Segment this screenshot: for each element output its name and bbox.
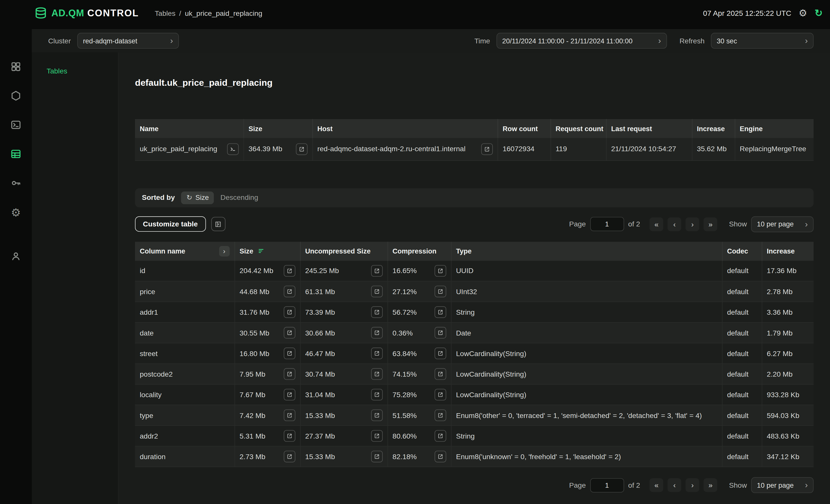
cluster-label: Cluster	[48, 37, 71, 45]
column-increase-cell: 3.36 Mb	[762, 302, 814, 323]
external-link-icon	[437, 350, 443, 357]
open-size-chart-button[interactable]	[284, 327, 295, 338]
header-increase: Increase	[762, 241, 814, 261]
column-name-cell: price	[135, 281, 234, 302]
sidebar-item-clusters[interactable]	[9, 90, 22, 102]
column-size-cell: 5.31 Mb	[234, 426, 300, 446]
refresh-icon[interactable]: ↻	[815, 8, 823, 18]
column-type-cell: LowCardinality(String)	[451, 343, 722, 364]
next-page-button[interactable]: ›	[686, 478, 700, 492]
sidebar-item-dashboard[interactable]	[9, 60, 22, 73]
open-compression-chart-button[interactable]	[434, 430, 446, 442]
external-link-icon	[286, 268, 292, 274]
open-host-button[interactable]	[481, 143, 492, 155]
sidebar-item-tables[interactable]: Tables	[47, 67, 118, 75]
customize-table-button[interactable]: Customize table	[135, 216, 206, 232]
open-compression-chart-button[interactable]	[434, 265, 446, 276]
last-page-button[interactable]: »	[704, 217, 717, 231]
uncompressed-value: 30.74 Mb	[305, 370, 335, 378]
header-increase: Increase	[692, 119, 735, 138]
open-size-chart-button[interactable]	[284, 368, 295, 380]
column-name-cell: id	[135, 261, 234, 281]
first-page-button[interactable]: «	[649, 217, 663, 231]
sort-descending-icon[interactable]	[257, 247, 265, 255]
external-link-icon	[373, 412, 380, 418]
table-name-cell: uk_price_paid_replacing	[135, 138, 244, 161]
column-increase-cell: 1.79 Mb	[762, 323, 814, 343]
open-size-chart-button[interactable]	[284, 347, 295, 359]
open-uncompressed-chart-button[interactable]	[371, 265, 382, 276]
open-size-chart-button[interactable]	[284, 285, 295, 297]
column-codec-cell: default	[722, 364, 762, 384]
column-settings-button[interactable]	[211, 217, 225, 231]
page-input[interactable]	[590, 478, 624, 492]
columns-table-body: id 204.42 Mb 245.25 Mb 16.65% UUID defau…	[135, 261, 814, 467]
open-uncompressed-chart-button[interactable]	[371, 327, 382, 338]
uncompressed-value: 73.39 Mb	[305, 308, 335, 316]
open-compression-chart-button[interactable]	[434, 409, 446, 421]
open-compression-chart-button[interactable]	[434, 285, 446, 297]
column-row: addr1 31.76 Mb 73.39 Mb 56.72% String de…	[135, 302, 814, 323]
gear-icon[interactable]: ⚙	[799, 8, 807, 18]
open-compression-chart-button[interactable]	[434, 368, 446, 380]
logo[interactable]: AD.QM CONTROL	[34, 6, 139, 20]
column-increase-cell: 483.63 Kb	[762, 426, 814, 446]
sort-field-chip[interactable]: ↻ Size	[181, 191, 214, 204]
sidebar-item-tables-icon[interactable]	[9, 148, 22, 161]
sidebar-item-console[interactable]	[9, 119, 22, 131]
sidebar-item-keys[interactable]	[9, 177, 22, 190]
sort-direction[interactable]: Descending	[221, 194, 258, 202]
open-uncompressed-chart-button[interactable]	[371, 409, 382, 421]
next-page-button[interactable]: ›	[686, 217, 700, 231]
open-size-chart-button[interactable]	[295, 143, 307, 155]
header-codec: Codec	[722, 241, 762, 261]
open-uncompressed-chart-button[interactable]	[371, 450, 382, 462]
page-input[interactable]	[590, 217, 624, 231]
external-link-icon	[373, 330, 380, 336]
open-console-button[interactable]	[227, 143, 238, 155]
prev-page-button[interactable]: ‹	[668, 217, 681, 231]
open-uncompressed-chart-button[interactable]	[371, 430, 382, 442]
open-compression-chart-button[interactable]	[434, 327, 446, 338]
column-row: street 16.80 Mb 46.47 Mb 63.84% LowCardi…	[135, 343, 814, 364]
open-size-chart-button[interactable]	[284, 409, 295, 421]
expand-column-button[interactable]: ›	[219, 246, 229, 256]
open-compression-chart-button[interactable]	[434, 347, 446, 359]
table-request-count-cell: 119	[550, 138, 606, 161]
time-range-select[interactable]: 20/11/2024 11:00:00 - 21/11/2024 11:00:0…	[496, 33, 667, 48]
open-uncompressed-chart-button[interactable]	[371, 285, 382, 297]
prev-page-button[interactable]: ‹	[668, 478, 681, 492]
open-uncompressed-chart-button[interactable]	[371, 306, 382, 318]
last-page-button[interactable]: »	[704, 478, 717, 492]
first-page-button[interactable]: «	[649, 478, 663, 492]
open-compression-chart-button[interactable]	[434, 389, 446, 400]
open-compression-chart-button[interactable]	[434, 450, 446, 462]
open-uncompressed-chart-button[interactable]	[371, 347, 382, 359]
column-compression-cell: 74.15%	[387, 364, 451, 384]
table-size-cell: 364.39 Mb	[244, 138, 312, 161]
breadcrumb-tables-link[interactable]: Tables	[155, 9, 175, 17]
column-increase-cell: 17.36 Mb	[762, 261, 814, 281]
cluster-select[interactable]: red-adqm-dataset ›	[77, 33, 179, 48]
sidebar-item-account[interactable]	[9, 250, 22, 263]
refresh-interval-select[interactable]: 30 sec ›	[711, 33, 813, 48]
external-link-icon	[437, 392, 443, 398]
open-uncompressed-chart-button[interactable]	[371, 368, 382, 380]
user-icon	[10, 250, 22, 262]
open-compression-chart-button[interactable]	[434, 306, 446, 318]
external-link-icon	[437, 433, 443, 439]
per-page-select[interactable]: 10 per page ›	[751, 477, 814, 493]
open-uncompressed-chart-button[interactable]	[371, 389, 382, 400]
compression-value: 82.18%	[392, 452, 417, 461]
column-codec-cell: default	[722, 302, 762, 323]
sorted-by-label: Sorted by	[142, 194, 174, 202]
open-size-chart-button[interactable]	[284, 306, 295, 318]
sidebar-item-settings[interactable]: ⚙	[9, 206, 22, 219]
per-page-select[interactable]: 10 per page ›	[751, 216, 814, 232]
size-value: 30.55 Mb	[240, 329, 269, 337]
open-size-chart-button[interactable]	[284, 430, 295, 442]
open-size-chart-button[interactable]	[284, 450, 295, 462]
open-size-chart-button[interactable]	[284, 265, 295, 276]
column-increase-cell: 6.27 Mb	[762, 343, 814, 364]
open-size-chart-button[interactable]	[284, 389, 295, 400]
